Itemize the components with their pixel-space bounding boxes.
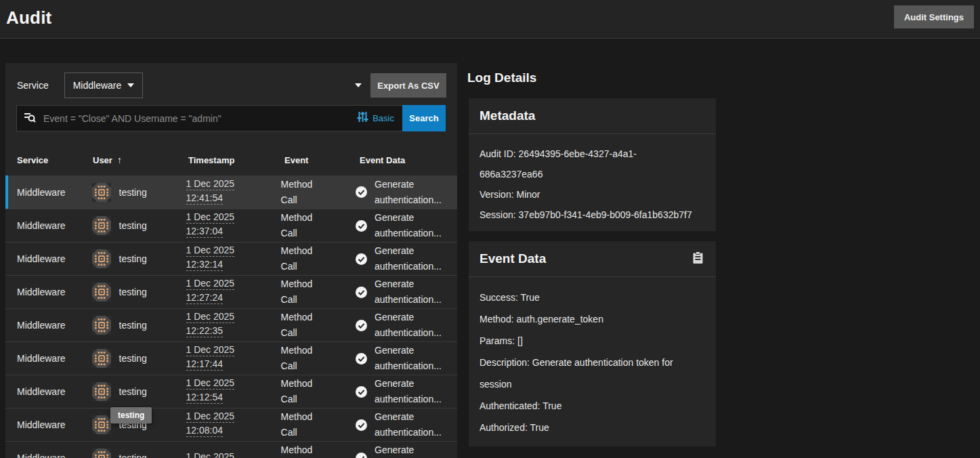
service-dropdown-value: Middleware	[73, 80, 122, 91]
copy-clipboard-icon[interactable]	[691, 250, 705, 268]
cell-timestamp: 1 Dec 2025 12:17:44	[186, 344, 281, 373]
cell-timestamp: 1 Dec 2025 12:08:04	[186, 411, 281, 439]
cell-user: testing	[89, 382, 186, 401]
checkmark-circle-icon	[355, 319, 368, 332]
cell-service: Middleware	[5, 253, 89, 264]
event-data-card: Event Data Success: TrueMethod: auth.gen…	[469, 241, 716, 446]
timestamp-date-link[interactable]: 1 Dec 2025	[186, 278, 235, 290]
table-header: Service User ↑ Timestamp Event Event Dat…	[5, 144, 457, 175]
metadata-card-header: Metadata	[469, 98, 716, 134]
cell-event-data: Generate authentication...	[355, 409, 457, 440]
checkmark-circle-icon	[355, 286, 368, 299]
checkmark-circle-icon	[355, 186, 368, 199]
cell-user-name: testing	[119, 253, 147, 264]
cell-event-data: Generate authentication...	[355, 442, 457, 458]
filter-toolbar: Service Middleware Export As CSV	[5, 72, 457, 98]
service-dropdown[interactable]: Middleware	[64, 72, 143, 98]
checkmark-circle-icon	[355, 386, 368, 398]
top-header-bar: Audit Audit Settings	[0, 0, 980, 39]
timestamp-time-link[interactable]: 12:17:44	[186, 358, 223, 371]
checkmark-circle-icon	[355, 452, 368, 458]
audit-settings-button[interactable]: Audit Settings	[894, 5, 974, 28]
user-avatar-icon	[92, 249, 111, 268]
timestamp-time-link[interactable]: 12:12:54	[186, 392, 223, 404]
timestamp-time-link[interactable]: 12:32:14	[186, 259, 223, 271]
search-input[interactable]	[43, 113, 357, 124]
cell-user-name: testing	[119, 320, 147, 331]
event-data-title: Event Data	[480, 251, 546, 266]
cell-service: Middleware	[5, 386, 89, 397]
cell-event-data: Generate authentication...	[355, 276, 457, 308]
table-row[interactable]: Middleware	[5, 408, 457, 441]
cell-event: Method Call	[281, 276, 355, 308]
table-row[interactable]: Middleware	[5, 375, 457, 408]
cell-event-data: Generate authentication...	[355, 210, 457, 241]
checkmark-circle-icon	[355, 419, 368, 432]
timestamp-date-link[interactable]: 1 Dec 2025	[186, 411, 235, 423]
cell-event: Method Call	[281, 210, 355, 241]
cell-event-data: Generate authentication...	[355, 376, 457, 407]
advanced-search-icon	[24, 111, 36, 126]
user-avatar-icon	[92, 216, 111, 235]
cell-event-data: Generate authentication...	[355, 177, 457, 208]
table-row[interactable]: Middleware	[5, 209, 457, 242]
cell-user: testing	[89, 249, 186, 268]
search-button[interactable]: Search	[402, 105, 446, 131]
cell-timestamp: 1 Dec 2025	[186, 451, 281, 458]
column-header-event-data[interactable]: Event Data	[360, 155, 457, 165]
column-header-timestamp[interactable]: Timestamp	[188, 155, 284, 165]
event-data-text: Generate authentication...	[375, 177, 457, 208]
timestamp-date-link[interactable]: 1 Dec 2025	[186, 377, 235, 390]
table-row[interactable]: Middleware	[5, 275, 457, 308]
user-avatar-icon	[92, 415, 111, 434]
basic-mode-toggle[interactable]: Basic	[357, 111, 394, 125]
event-data-text: Generate authentication...	[375, 276, 457, 308]
timestamp-date-link[interactable]: 1 Dec 2025	[186, 451, 235, 458]
cell-event-data: Generate authentication...	[355, 343, 457, 374]
cell-timestamp: 1 Dec 2025 12:22:35	[186, 311, 281, 339]
cell-event: Method Call	[281, 177, 355, 208]
cell-user: testing	[89, 283, 186, 301]
table-row[interactable]: Middleware	[5, 308, 457, 341]
table-row[interactable]: Middleware	[5, 341, 457, 375]
timestamp-date-link[interactable]: 1 Dec 2025	[186, 178, 235, 190]
cell-event-data: Generate authentication...	[355, 243, 457, 274]
checkmark-circle-icon	[355, 220, 368, 232]
cell-user: testing	[89, 349, 186, 368]
export-csv-button[interactable]: Export As CSV	[370, 73, 446, 98]
cell-timestamp: 1 Dec 2025 12:41:54	[186, 178, 281, 207]
table-row[interactable]: Middleware	[5, 175, 457, 209]
detail-line: Success: True	[480, 287, 696, 308]
timestamp-date-link[interactable]: 1 Dec 2025	[186, 245, 235, 257]
detail-line: Audit ID: 26494395-6ebe-4327-a4a1-686a32…	[480, 144, 696, 184]
chevron-down-icon	[355, 83, 362, 87]
detail-line: Description: Generate authentication tok…	[480, 352, 696, 395]
cell-timestamp: 1 Dec 2025 12:32:14	[186, 245, 281, 273]
timestamp-time-link[interactable]: 12:08:04	[186, 425, 223, 437]
timestamp-date-link[interactable]: 1 Dec 2025	[186, 211, 235, 224]
event-data-text: Generate authentication...	[375, 409, 457, 440]
service-label: Service	[17, 80, 49, 91]
secondary-dropdown[interactable]	[350, 77, 366, 93]
timestamp-date-link[interactable]: 1 Dec 2025	[186, 344, 235, 356]
timestamp-time-link[interactable]: 12:27:24	[186, 292, 223, 304]
sort-ascending-icon: ↑	[117, 154, 122, 165]
cell-user-name: testing	[119, 453, 147, 458]
column-header-user[interactable]: User ↑	[90, 154, 188, 165]
cell-user-name: testing	[119, 386, 147, 397]
basic-mode-label: Basic	[372, 113, 394, 123]
cell-user: testing	[89, 449, 186, 458]
cell-user-name: testing	[119, 353, 147, 364]
table-row[interactable]: Middleware	[5, 441, 457, 458]
audit-log-panel: Service Middleware Export As CSV	[5, 63, 457, 458]
detail-line: Version: Minor	[480, 184, 696, 205]
column-header-service[interactable]: Service	[5, 155, 90, 165]
table-row[interactable]: Middleware	[5, 242, 457, 275]
user-avatar-icon	[92, 349, 111, 368]
timestamp-time-link[interactable]: 12:41:54	[186, 192, 223, 205]
timestamp-time-link[interactable]: 12:37:04	[186, 226, 223, 238]
event-data-body: Success: TrueMethod: auth.generate_token…	[469, 277, 716, 438]
timestamp-time-link[interactable]: 12:22:35	[186, 325, 223, 337]
timestamp-date-link[interactable]: 1 Dec 2025	[186, 311, 235, 323]
column-header-event[interactable]: Event	[284, 155, 360, 165]
